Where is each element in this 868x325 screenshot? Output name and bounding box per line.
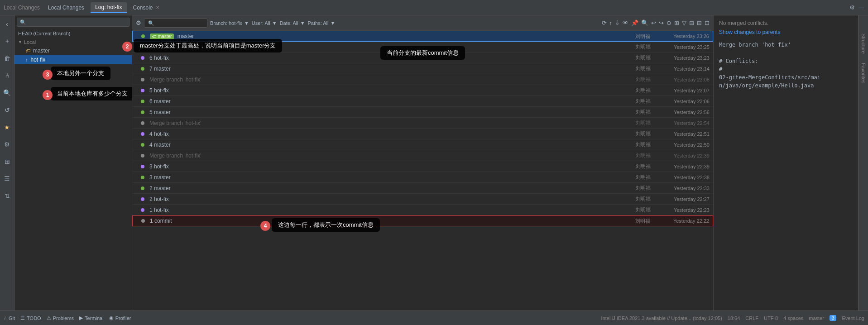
left-icon-search[interactable]: 🔍 — [1, 87, 13, 99]
stop-icon[interactable]: ⊙ — [667, 19, 671, 26]
left-icon-repo[interactable]: ⊞ — [1, 156, 13, 167]
tab-log-hotfix[interactable]: Log: hot-fix — [91, 2, 126, 13]
commit-row-5[interactable]: 5 hot-fix 刘明福 Yesterday 23:07 — [132, 85, 713, 96]
line-col: 18:64 — [728, 315, 740, 321]
commit-row-3[interactable]: 7 master 刘明福 Yesterday 23:14 — [132, 63, 713, 74]
commit-row-9[interactable]: 4 hot-fix 刘明福 Yesterday 22:51 — [132, 129, 713, 139]
commit-row-11[interactable]: Merge branch 'hot-fix' 刘明福 Yesterday 22:… — [132, 150, 713, 161]
tab-local-changes[interactable]: Local Changes — [43, 3, 89, 13]
commit-dot-3 — [141, 67, 144, 71]
favorites-label[interactable]: Favorites — [861, 63, 866, 83]
head-text: HEAD (Current Branch) — [18, 31, 71, 36]
settings-icon[interactable]: ⚙ — [849, 4, 855, 11]
refresh-icon[interactable]: ⟳ — [602, 19, 607, 26]
commit-dot-0 — [141, 34, 145, 38]
commit-row-10[interactable]: 4 master 刘明福 Yesterday 22:50 — [132, 139, 713, 150]
branch-search-area — [14, 15, 132, 29]
commit-graph-12 — [136, 165, 149, 168]
log-settings-icon[interactable]: ⚙ — [136, 19, 141, 26]
commit-row-17[interactable]: 1 commit 刘明福 Yesterday 22:22 — [132, 215, 713, 226]
commit-subject-4: Merge branch 'hot-fix' — [149, 76, 619, 83]
annotation-bubble-3: 本地另外一个分支 — [51, 67, 110, 80]
log-search-input[interactable] — [144, 19, 207, 28]
terminal-item[interactable]: ▶ Terminal — [79, 315, 104, 321]
branch-item-master[interactable]: 🏷 master — [14, 46, 132, 55]
pull-icon[interactable]: ⇩ — [615, 19, 620, 26]
commit-row-15[interactable]: 2 hot-fix 刘明福 Yesterday 22:27 — [132, 194, 713, 205]
tab-console[interactable]: Console ✕ — [129, 3, 164, 13]
triangle-icon: ▼ — [18, 40, 22, 44]
profiler-item[interactable]: ◉ Profiler — [109, 315, 131, 321]
commit-dot-12 — [141, 165, 144, 168]
left-icon-branch[interactable]: ⑃ — [1, 70, 13, 81]
commit-author-10: 刘明福 — [619, 141, 651, 148]
commit-row-7[interactable]: 5 master 刘明福 Yesterday 22:56 — [132, 107, 713, 118]
commit-row-12[interactable]: 3 hot-fix 刘明福 Yesterday 22:39 — [132, 161, 713, 172]
undo-icon[interactable]: ↩ — [651, 19, 656, 26]
commit-row-16[interactable]: 1 hot-fix 刘明福 Yesterday 22:23 — [132, 205, 713, 215]
user-filter-label[interactable]: User: All — [252, 20, 270, 26]
left-icon-refresh[interactable]: ↺ — [1, 104, 13, 116]
commit-subject-13: 3 master — [149, 174, 619, 181]
left-icon-back[interactable]: ‹ — [1, 18, 13, 30]
commit-dot-6 — [141, 100, 144, 103]
search-icon2[interactable]: 🔍 — [641, 19, 648, 26]
commit-date-12: Yesterday 22:39 — [651, 164, 710, 169]
annotation-bubble-master-info: 当前分支的最新commit信息 — [380, 46, 465, 60]
master-tag-icon: 🏷 — [25, 48, 30, 53]
left-icon-strip: ‹ ＋ 🗑 ⑃ 🔍 ↺ ★ ⚙ ⊞ ☰ ⇅ — [0, 15, 14, 311]
branch-search-input[interactable] — [17, 18, 129, 27]
tab-local-changes-label: Local Changes — [48, 5, 84, 11]
event-log-label[interactable]: Event Log — [842, 315, 864, 321]
branch-item-hotfix[interactable]: ↑ hot-fix — [14, 55, 132, 64]
expand-icon[interactable]: ⊡ — [705, 19, 710, 26]
left-icon-star[interactable]: ★ — [1, 121, 13, 133]
problems-item[interactable]: ⚠ Problems — [47, 315, 74, 321]
cols-icon[interactable]: ⊟ — [697, 19, 702, 26]
left-icon-list[interactable]: ☰ — [1, 173, 13, 185]
todo-item[interactable]: ☰ TODO — [20, 315, 41, 321]
commit-graph-5 — [136, 89, 149, 92]
structure-label[interactable]: Structure — [861, 33, 866, 54]
tab-console-close[interactable]: ✕ — [156, 5, 159, 10]
problems-icon: ⚠ — [47, 315, 51, 321]
left-icon-sort[interactable]: ⇅ — [1, 190, 13, 202]
commit-dot-17 — [141, 219, 145, 223]
commit-row-14[interactable]: 2 master 刘明福 Yesterday 22:33 — [132, 183, 713, 194]
grid-icon[interactable]: ⊞ — [674, 19, 679, 26]
commit-row-6[interactable]: 6 master 刘明福 Yesterday 23:06 — [132, 96, 713, 107]
git-bottom-item[interactable]: ⑃ Git — [4, 315, 15, 321]
date-filter-label[interactable]: Date: All — [280, 20, 298, 26]
commit-date-16: Yesterday 22:23 — [651, 207, 710, 213]
filter-icon[interactable]: ▽ — [682, 19, 686, 26]
commit-author-17: 刘明福 — [619, 218, 650, 225]
date-filter-arrow: ▼ — [300, 20, 305, 26]
commit-date-4: Yesterday 23:08 — [651, 77, 710, 82]
profiler-icon: ◉ — [109, 315, 114, 321]
left-icon-settings[interactable]: ⚙ — [1, 139, 13, 150]
eye-icon[interactable]: 👁 — [623, 19, 628, 26]
commit-row-13[interactable]: 3 master 刘明福 Yesterday 22:38 — [132, 172, 713, 183]
paths-filter-label[interactable]: Paths: All — [308, 20, 329, 26]
redo-icon[interactable]: ↪ — [659, 19, 664, 26]
pin-icon[interactable]: 📌 — [631, 19, 638, 26]
group-icon[interactable]: ⊟ — [689, 19, 694, 26]
commit-row-8[interactable]: Merge branch 'hot-fix' 刘明福 Yesterday 22:… — [132, 118, 713, 129]
commit-row-4[interactable]: Merge branch 'hot-fix' 刘明福 Yesterday 23:… — [132, 74, 713, 85]
annotation-circle-1: 1 — [43, 90, 53, 100]
show-changes-link[interactable]: Show changes to parents — [719, 29, 853, 35]
commit-date-2: Yesterday 23:23 — [651, 55, 710, 61]
minimize-icon[interactable]: — — [858, 4, 864, 11]
left-icon-delete[interactable]: 🗑 — [1, 53, 13, 64]
commit-subject-9: 4 hot-fix — [149, 131, 619, 137]
paths-filter: Paths: All ▼ — [308, 20, 336, 26]
commit-author-7: 刘明福 — [619, 109, 651, 115]
branch-filter: Branch: hot-fix ▼ — [210, 20, 249, 26]
commit-graph-2 — [136, 56, 149, 60]
fetch-icon[interactable]: ↑ — [609, 19, 613, 26]
left-icon-add[interactable]: ＋ — [1, 35, 13, 47]
commit-dot-7 — [141, 110, 144, 114]
log-toolbar: ⚙ Branch: hot-fix ▼ User: All ▼ Date: Al… — [132, 15, 713, 31]
branch-filter-label[interactable]: Branch: hot-fix — [210, 20, 242, 26]
right-sidebar: Structure Favorites — [858, 15, 868, 311]
